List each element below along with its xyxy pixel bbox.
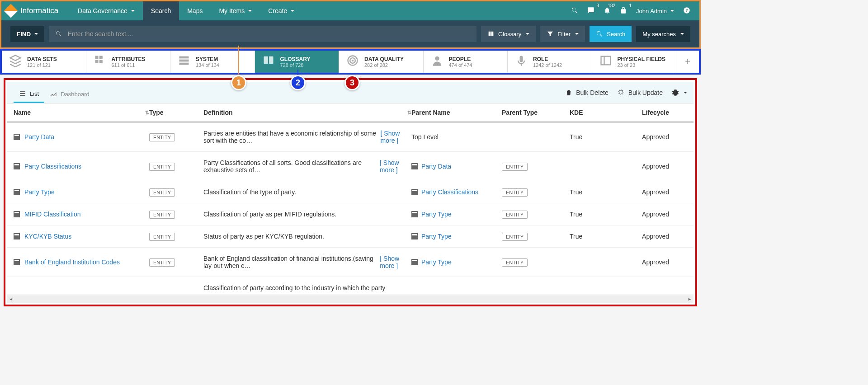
parent-link[interactable]: Party Type — [421, 233, 452, 240]
table-header: Name⇅ Type Definition⇅ Parent Name Paren… — [7, 103, 693, 122]
filter-dropdown[interactable]: Filter — [540, 26, 585, 42]
table-body[interactable]: Party DataENTITYParties are entities tha… — [7, 122, 693, 295]
my-searches-dropdown[interactable]: My searches — [636, 26, 690, 42]
asset-tab-data-quality[interactable]: DATA QUALITY282 of 282 — [339, 51, 424, 73]
find-dropdown[interactable]: FIND — [10, 26, 44, 42]
definition-text: Classification of the type of party. — [203, 188, 411, 196]
book-icon — [14, 211, 20, 217]
svg-rect-9 — [520, 56, 523, 62]
asset-tab-data-sets[interactable]: DATA SETS121 of 121 — [2, 51, 86, 73]
item-name-link[interactable]: Party Classifications — [24, 163, 81, 170]
callout-3: 3 — [344, 75, 360, 90]
nav-item-my-items[interactable]: My Items — [211, 1, 260, 20]
user-menu[interactable]: John Admin — [636, 8, 674, 14]
lifecycle-value: Approved — [637, 233, 669, 240]
item-name-link[interactable]: KYC/KYB Status — [24, 233, 71, 240]
col-parent-name[interactable]: Parent Name — [411, 109, 502, 116]
lifecycle-value: Approved — [637, 163, 669, 170]
item-name-link[interactable]: MIFID Classification — [24, 211, 80, 218]
asset-tab-system[interactable]: SYSTEM134 of 134 — [170, 51, 255, 73]
user-name: John Admin — [636, 8, 667, 14]
col-kde[interactable]: KDE — [570, 109, 637, 116]
search-bar: FIND Glossary Filter Search My searches — [0, 20, 701, 49]
parent-link[interactable]: Party Type — [421, 258, 452, 266]
sort-icon[interactable]: ⇅ — [407, 110, 411, 116]
asset-tab-physical-fields[interactable]: PHYSICAL FIELDS23 of 23 — [592, 51, 677, 73]
nav-item-maps[interactable]: Maps — [179, 1, 211, 20]
kde-value: True — [570, 211, 637, 218]
col-name[interactable]: Name — [14, 109, 31, 116]
show-more-link[interactable]: [ Show more ] — [381, 130, 411, 144]
svg-text:?: ? — [685, 8, 688, 13]
book-icon — [14, 163, 20, 169]
book-icon — [262, 54, 275, 70]
glossary-dropdown[interactable]: Glossary — [481, 26, 536, 42]
col-type[interactable]: Type — [149, 109, 203, 116]
nav-item-create[interactable]: Create — [260, 1, 302, 20]
bell-badge: 182 — [608, 3, 615, 8]
item-name-link[interactable]: Party Type — [24, 188, 55, 196]
svg-rect-4 — [179, 62, 189, 65]
callout-line-1 — [238, 46, 239, 76]
add-asset-tab[interactable]: + — [676, 51, 699, 73]
help-icon[interactable]: ? — [683, 7, 690, 15]
type-chip: ENTITY — [149, 258, 175, 267]
book-icon — [14, 233, 20, 239]
book-icon — [411, 211, 418, 217]
lifecycle-value: Approved — [637, 211, 669, 218]
nav-item-search[interactable]: Search — [143, 1, 179, 20]
definition-text: Status of party as per KYC/KYB regulatio… — [203, 233, 411, 240]
layers-icon — [9, 54, 22, 70]
search-input-wrap[interactable] — [49, 26, 476, 42]
asset-tab-attributes[interactable]: ATTRIBUTES611 of 611 — [86, 51, 171, 73]
chat-icon[interactable]: 3 — [587, 7, 594, 15]
book-icon — [411, 189, 418, 195]
svg-rect-3 — [179, 59, 189, 61]
svg-rect-2 — [179, 56, 189, 58]
parent-link[interactable]: Party Classifications — [421, 188, 478, 196]
show-more-link[interactable]: [ Show more ] — [380, 159, 411, 174]
view-tab-dashboard[interactable]: Dashboard — [44, 86, 95, 103]
grid-icon — [94, 54, 106, 70]
brand-logo[interactable]: Informatica — [1, 1, 70, 20]
search-icon[interactable] — [571, 7, 578, 15]
type-chip: ENTITY — [149, 133, 175, 141]
book-icon — [411, 163, 418, 169]
show-more-link[interactable]: [ Show more ] — [380, 255, 411, 269]
definition-text: Classification of party as per MIFID reg… — [203, 211, 411, 218]
lifecycle-value: Approved — [637, 258, 669, 266]
settings-menu[interactable] — [672, 89, 687, 96]
bell-icon[interactable]: 182 — [604, 7, 611, 15]
svg-point-7 — [352, 59, 354, 61]
results-panel: List Dashboard Bulk Delete Bulk Update N… — [4, 78, 697, 306]
svg-rect-10 — [601, 56, 610, 65]
definition-text: Bank of England classification of financ… — [203, 255, 411, 269]
top-nav: Informatica Data GovernanceSearchMapsMy … — [0, 0, 701, 20]
parent-link[interactable]: Party Data — [421, 163, 451, 170]
view-tab-list[interactable]: List — [14, 85, 44, 103]
book-icon — [14, 259, 20, 265]
sort-icon[interactable]: ⇅ — [145, 110, 149, 116]
col-lifecycle[interactable]: Lifecycle — [637, 109, 669, 116]
asset-type-tabs: DATA SETS121 of 121ATTRIBUTES611 of 611S… — [0, 49, 701, 75]
lock-icon[interactable]: 1 — [620, 7, 627, 15]
table-row: Bank of England Institution CodesENTITYB… — [7, 248, 693, 277]
col-definition[interactable]: Definition — [203, 109, 233, 116]
asset-tab-role[interactable]: ROLE1242 of 1242 — [508, 51, 592, 73]
bulk-delete-button[interactable]: Bulk Delete — [565, 89, 609, 96]
search-button[interactable]: Search — [590, 26, 632, 42]
bulk-update-button[interactable]: Bulk Update — [618, 89, 663, 96]
asset-tab-glossary[interactable]: GLOSSARY728 of 728 — [255, 51, 340, 73]
table-row: Party DataENTITYParties are entities tha… — [7, 122, 693, 152]
asset-tab-people[interactable]: PEOPLE474 of 474 — [424, 51, 508, 73]
nav-item-data-governance[interactable]: Data Governance — [70, 1, 143, 20]
parent-type-chip: ENTITY — [502, 258, 528, 267]
horizontal-scrollbar[interactable] — [7, 295, 693, 303]
item-name-link[interactable]: Party Data — [24, 133, 54, 141]
parent-type-chip: ENTITY — [502, 163, 528, 171]
item-name-link[interactable]: Bank of England Institution Codes — [24, 258, 120, 266]
col-parent-type[interactable]: Parent Type — [502, 109, 570, 116]
type-chip: ENTITY — [149, 188, 175, 197]
parent-link[interactable]: Party Type — [421, 211, 452, 218]
search-input[interactable] — [68, 30, 470, 38]
